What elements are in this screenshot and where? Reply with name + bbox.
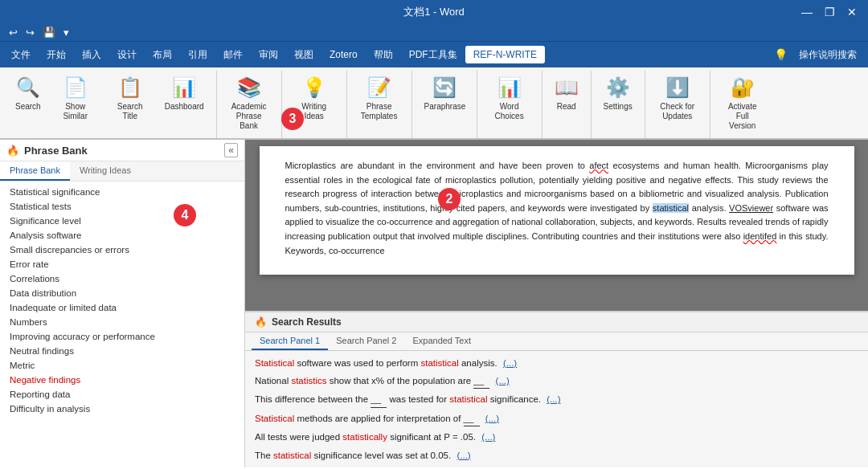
dashboard-icon: 📊	[172, 75, 196, 100]
ribbon-group-settings: ⚙️ Settings	[592, 71, 645, 138]
quick-access-toolbar: ↩ ↪ 💾 ▾	[0, 24, 868, 42]
result-text-0: software was used to perform	[297, 358, 420, 368]
tab-writing-ideas[interactable]: Writing Ideas	[70, 161, 141, 181]
tab-search-panel-1[interactable]: Search Panel 1	[252, 332, 328, 350]
ribbon-group-phrase-bank: 📚 Academic Phrase Bank	[217, 71, 282, 138]
doc-vosviewer: VOSviewer	[729, 203, 773, 213]
result-item-2: This difference between the __ was teste…	[255, 390, 858, 409]
result-text-0b: analysis.	[461, 358, 497, 368]
list-item-13[interactable]: Negative findings	[0, 373, 244, 387]
activate-icon: 🔐	[731, 75, 755, 100]
result-link-1[interactable]: (...)	[496, 376, 510, 385]
badge-3: 3	[281, 108, 304, 130]
menu-insert[interactable]: 插入	[74, 45, 109, 65]
list-item-15[interactable]: Difficulty in analysis	[0, 402, 244, 416]
list-item-0[interactable]: Statistical significance	[0, 185, 244, 199]
search-button[interactable]: 🔍 Search	[10, 71, 47, 116]
paraphrase-button[interactable]: 🔄 Paraphrase	[419, 71, 470, 116]
paraphrase-icon: 🔄	[432, 75, 457, 100]
menu-references[interactable]: 引用	[180, 45, 215, 65]
result-item-0: Statistical software was used to perform…	[255, 354, 858, 372]
undo-button[interactable]: ↩	[6, 26, 20, 40]
search-results-list: Statistical software was used to perform…	[245, 351, 868, 467]
result-link-4[interactable]: (...)	[481, 432, 495, 442]
ribbon-group-read: 📖 Read	[542, 71, 592, 138]
word-choices-button[interactable]: 📊 Word Choices	[484, 71, 535, 125]
result-highlight-0a: Statistical	[255, 358, 294, 368]
menu-home[interactable]: 开始	[39, 45, 74, 65]
word-choices-icon: 📊	[497, 75, 522, 100]
search-results-tabs: Search Panel 1 Search Panel 2 Expanded T…	[245, 332, 868, 351]
menu-search-help[interactable]: 操作说明搜索	[791, 45, 865, 65]
check-updates-button[interactable]: ⬇️ Check for Updates	[652, 71, 703, 125]
minimize-button[interactable]: —	[797, 5, 817, 19]
result-text-4b: significant at P = .05.	[390, 432, 476, 442]
collapse-sidebar-button[interactable]: «	[224, 143, 238, 157]
result-item-4: All tests were judged statistically sign…	[255, 428, 858, 446]
list-item-11[interactable]: Neutral findings	[0, 344, 244, 358]
writing-ideas-icon: 💡	[302, 75, 326, 100]
result-text-2c: significance.	[490, 394, 541, 404]
document-area: 2 Microplastics are abundant in the envi…	[245, 140, 868, 311]
dashboard-button[interactable]: 📊 Dashboard	[159, 71, 210, 116]
phrase-bank-icon: 📚	[237, 75, 261, 100]
close-button[interactable]: ✕	[842, 5, 862, 19]
menu-zotero[interactable]: Zotero	[321, 46, 366, 63]
content-area: 2 Microplastics are abundant in the envi…	[245, 140, 868, 467]
save-button[interactable]: 💾	[40, 26, 58, 40]
list-item-6[interactable]: Correlations	[0, 271, 244, 286]
academic-phrase-bank-button[interactable]: 📚 Academic Phrase Bank	[223, 71, 275, 135]
list-item-7[interactable]: Data distribution	[0, 286, 244, 300]
result-text-4a: All tests were judged	[255, 432, 342, 442]
document-page: Microplastics are abundant in the enviro…	[260, 146, 854, 275]
list-item-4[interactable]: Small discrepancies or errors	[0, 243, 244, 257]
menu-refnwrite[interactable]: REF-N-WRITE	[465, 46, 545, 63]
menu-mail[interactable]: 邮件	[215, 45, 251, 65]
ribbon-group-updates: ⬇️ Check for Updates	[645, 71, 710, 138]
result-link-3[interactable]: (...)	[485, 414, 499, 423]
list-item-12[interactable]: Metric	[0, 358, 244, 373]
menu-review[interactable]: 审阅	[251, 45, 286, 65]
menu-view[interactable]: 视图	[286, 45, 321, 65]
badge-4: 4	[174, 204, 196, 226]
restore-button[interactable]: ❐	[820, 5, 839, 19]
menu-file[interactable]: 文件	[3, 45, 39, 65]
list-item-5[interactable]: Error rate	[0, 257, 244, 271]
phrase-templates-button[interactable]: 📝 Phrase Templates	[354, 71, 405, 125]
result-link-0[interactable]: (...)	[503, 358, 517, 368]
list-item-9[interactable]: Numbers	[0, 315, 244, 329]
list-item-8[interactable]: Inadequate or limited data	[0, 300, 244, 315]
activate-button[interactable]: 🔐 Activate Full Version	[717, 71, 768, 135]
result-link-2[interactable]: (...)	[547, 394, 560, 404]
list-item-1[interactable]: Statistical tests	[0, 199, 244, 214]
show-similar-button[interactable]: 📄 Show Similar	[50, 71, 101, 125]
tab-search-panel-2[interactable]: Search Panel 2	[328, 332, 404, 350]
list-item-3[interactable]: Analysis software	[0, 228, 244, 243]
read-button[interactable]: 📖 Read	[549, 71, 584, 116]
result-text-2b: was tested for	[389, 394, 449, 404]
ribbon-group-word-choices: 📊 Word Choices	[477, 71, 542, 138]
menu-help[interactable]: 帮助	[366, 45, 401, 65]
result-blank-3: __	[464, 411, 480, 426]
list-item-14[interactable]: Reporting data	[0, 387, 244, 402]
customize-button[interactable]: ▾	[61, 26, 72, 40]
tab-expanded-text[interactable]: Expanded Text	[404, 332, 479, 350]
settings-button[interactable]: ⚙️ Settings	[598, 71, 638, 116]
menu-pdf[interactable]: PDF工具集	[401, 45, 465, 65]
result-text-3a: methods are applied for interpretation o…	[297, 414, 463, 423]
menu-design[interactable]: 设计	[109, 45, 145, 65]
result-text-5b: significance level was set at 0.05.	[314, 451, 452, 460]
menu-layout[interactable]: 布局	[145, 45, 180, 65]
redo-button[interactable]: ↪	[23, 26, 37, 40]
search-title-button[interactable]: 📋 Search Title	[104, 71, 156, 125]
result-link-5[interactable]: (...)	[457, 451, 470, 460]
list-item-10[interactable]: Improving accuracy or performance	[0, 329, 244, 344]
search-icon: 🔍	[16, 75, 40, 100]
phrase-bank-icon-sidebar: 🔥	[6, 145, 19, 157]
result-text-1a: National	[255, 376, 291, 385]
read-icon: 📖	[555, 75, 579, 100]
ribbon-group-phrase-templates: 📝 Phrase Templates	[347, 71, 412, 138]
sidebar: 4 🔥 Phrase Bank « Phrase Bank Writing Id…	[0, 140, 245, 467]
list-item-2[interactable]: Significance level	[0, 214, 244, 228]
tab-phrase-bank[interactable]: Phrase Bank	[0, 161, 70, 181]
